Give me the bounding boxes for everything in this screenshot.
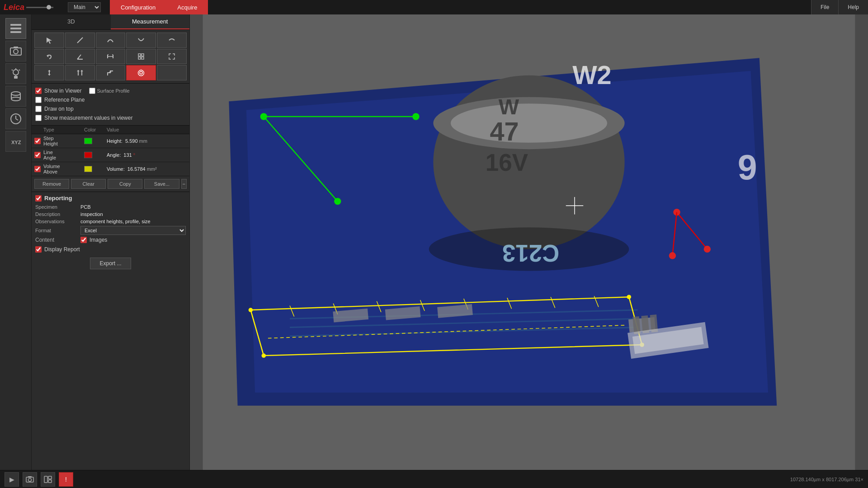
- tool-v2[interactable]: [65, 65, 95, 80]
- layout-button[interactable]: [41, 472, 55, 487]
- images-checkbox[interactable]: [80, 237, 87, 243]
- row1-checkbox[interactable]: [34, 138, 41, 144]
- show-meas-values-row: Show measurement values in viewer: [35, 113, 186, 122]
- svg-rect-30: [138, 54, 141, 56]
- row3-type: VolumeAbove: [43, 164, 84, 174]
- xyz-icon: XYZ: [9, 135, 22, 148]
- minus-button[interactable]: −: [181, 179, 187, 189]
- content-row: Content Images: [35, 237, 186, 243]
- camera-bottom-icon[interactable]: [23, 472, 37, 487]
- svg-rect-100: [48, 476, 52, 479]
- tool-step[interactable]: [96, 65, 126, 80]
- sidebar-camera-icon[interactable]: [5, 41, 26, 61]
- help-button[interactable]: Help: [838, 0, 868, 14]
- description-label: Description: [35, 211, 80, 217]
- header-type: Type: [43, 127, 84, 132]
- tool-v1[interactable]: [34, 65, 64, 80]
- bottombar: ▶ ! 10728.140µm x 8017.206µm 31×: [0, 470, 868, 488]
- tool-expand[interactable]: [157, 49, 187, 64]
- tab-acquire[interactable]: Acquire: [166, 0, 208, 14]
- tool-arc3[interactable]: [157, 33, 187, 48]
- sidebar-clock-icon[interactable]: [5, 108, 26, 129]
- scene-svg: W 47 16V 9 W2 C213: [190, 14, 868, 470]
- tool-select[interactable]: [34, 33, 64, 48]
- header-value: Value: [107, 127, 187, 132]
- tool-grid: [32, 30, 189, 83]
- row1-type: StepHeight: [43, 136, 84, 146]
- svg-point-12: [11, 92, 20, 95]
- reporting-label: Reporting: [44, 195, 72, 202]
- tool-settings[interactable]: [126, 65, 156, 80]
- export-button[interactable]: Export ...: [90, 258, 131, 269]
- svg-rect-31: [142, 54, 144, 56]
- sidebar-xyz-icon[interactable]: XYZ: [5, 131, 26, 152]
- row1-color: [84, 138, 92, 144]
- svg-point-86: [704, 246, 711, 253]
- draw-on-top-checkbox[interactable]: [35, 106, 42, 112]
- tool-arc2[interactable]: [126, 33, 156, 48]
- show-measurement-values-checkbox[interactable]: [35, 115, 42, 121]
- tool-empty: [157, 65, 187, 80]
- table-row-step-height: StepHeight Height: 5.590 mm: [32, 134, 189, 148]
- images-label: Images: [90, 237, 107, 243]
- copy-button[interactable]: Copy: [108, 179, 142, 189]
- reference-plane-checkbox[interactable]: [35, 97, 42, 103]
- svg-marker-40: [80, 70, 83, 71]
- tool-angle[interactable]: [65, 49, 95, 64]
- viewport: W 47 16V 9 W2 C213: [190, 14, 868, 470]
- tool-arc1[interactable]: [96, 33, 126, 48]
- reference-plane-row: Reference Plane: [35, 95, 186, 104]
- tool-caliper[interactable]: [96, 49, 126, 64]
- svg-text:47: 47: [490, 117, 519, 146]
- row3-checkbox[interactable]: [34, 166, 41, 172]
- format-row: Format ExcelPDFCSV: [35, 226, 186, 235]
- brightness-slider[interactable]: [26, 7, 53, 8]
- save-button[interactable]: Save...: [144, 179, 179, 189]
- main-dropdown[interactable]: Main: [68, 2, 101, 12]
- cylinder-icon: [9, 90, 22, 103]
- svg-point-88: [669, 252, 676, 259]
- svg-text:W2: W2: [572, 61, 612, 89]
- left-sidebar: XYZ: [0, 14, 32, 470]
- row2-value: Angle: 131 °: [107, 152, 187, 158]
- svg-line-21: [77, 38, 83, 43]
- tab-3d[interactable]: 3D: [32, 14, 111, 29]
- show-in-viewer-checkbox[interactable]: [35, 88, 42, 94]
- play-button[interactable]: ▶: [5, 472, 19, 487]
- draw-on-top-row: Draw on top: [35, 104, 186, 113]
- row2-checkbox[interactable]: [34, 152, 41, 158]
- row2-type: LineAngle: [43, 150, 84, 160]
- surface-profile-checkbox[interactable]: [89, 88, 95, 94]
- sidebar-list-icon[interactable]: [5, 18, 26, 39]
- tool-undo[interactable]: [34, 49, 64, 64]
- display-report-checkbox[interactable]: [35, 246, 42, 253]
- row1-value: Height: 5.590 mm: [107, 138, 187, 144]
- nav-tabs: Configuration Acquire: [110, 0, 208, 14]
- tab-measurement[interactable]: Measurement: [111, 14, 190, 29]
- tool-grid[interactable]: [126, 49, 156, 64]
- sidebar-light-icon[interactable]: [5, 63, 26, 84]
- specimen-label: Specimen: [35, 204, 80, 210]
- reference-plane-label: Reference Plane: [44, 97, 85, 103]
- show-in-viewer-row: Show in Viewer Surface Profile: [35, 86, 186, 95]
- tool-line[interactable]: [65, 33, 95, 48]
- display-report-row: Display Report: [35, 245, 186, 254]
- clear-button[interactable]: Clear: [71, 179, 106, 189]
- warning-button[interactable]: !: [59, 472, 73, 487]
- svg-rect-32: [138, 57, 141, 59]
- reporting-checkbox[interactable]: [35, 195, 42, 202]
- svg-rect-101: [48, 480, 52, 483]
- top-right-buttons: File Help: [811, 0, 868, 14]
- svg-point-51: [451, 103, 607, 143]
- format-select[interactable]: ExcelPDFCSV: [80, 226, 186, 235]
- svg-rect-1: [10, 28, 21, 29]
- tab-configuration[interactable]: Configuration: [110, 0, 166, 14]
- svg-text:9: 9: [738, 148, 757, 187]
- file-button[interactable]: File: [811, 0, 838, 14]
- remove-button[interactable]: Remove: [34, 179, 69, 189]
- sidebar-cylinder-icon[interactable]: [5, 86, 26, 107]
- meas-table-header: Type Color Value: [32, 125, 189, 134]
- svg-point-97: [28, 478, 32, 481]
- observations-value: component heights, profile, size: [80, 219, 186, 224]
- table-row-line-angle: LineAngle Angle: 131 °: [32, 148, 189, 162]
